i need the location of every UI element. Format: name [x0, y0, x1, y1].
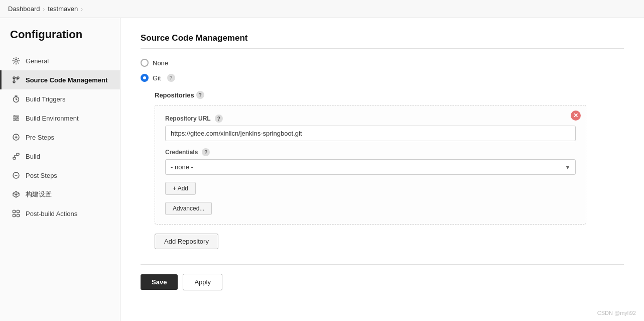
repositories-help-icon[interactable]: ? — [196, 91, 204, 99]
card-add-btn-row: + Add — [165, 182, 576, 195]
breadcrumb: Dashboard › testmaven › — [0, 0, 644, 18]
clock-icon — [12, 94, 21, 103]
save-button[interactable]: Save — [141, 274, 178, 290]
git-help-icon[interactable]: ? — [167, 74, 175, 82]
breadcrumb-testmaven[interactable]: testmaven — [48, 5, 78, 13]
sidebar-item-jigou-shezhi[interactable]: 构建设置 — [0, 185, 120, 204]
svg-rect-16 — [17, 210, 20, 213]
radio-git-circle — [141, 74, 149, 82]
post-steps-icon — [12, 171, 21, 180]
repository-card: ✕ Repository URL ? Credentials ? - none … — [155, 105, 586, 225]
credentials-help-icon[interactable]: ? — [202, 148, 210, 156]
radio-git[interactable]: Git ? — [141, 74, 624, 82]
sidebar-item-pre-steps[interactable]: Pre Steps — [0, 128, 120, 147]
repositories-label: Repositories ? — [155, 91, 624, 99]
section-title: Source Code Management — [141, 33, 624, 49]
svg-point-10 — [15, 120, 17, 121]
sidebar-item-build-triggers[interactable]: Build Triggers — [0, 89, 120, 109]
svg-rect-15 — [13, 210, 16, 213]
footer-bar: Save Apply — [141, 264, 624, 290]
sidebar-label-build-environment: Build Environment — [26, 115, 79, 122]
svg-point-8 — [14, 116, 16, 117]
sidebar-label-post-build: Post-build Actions — [26, 210, 77, 218]
sidebar-label-pre-steps: Pre Steps — [26, 134, 54, 141]
steps-icon — [12, 133, 21, 142]
sidebar-item-source-code-management[interactable]: Source Code Management — [0, 70, 120, 89]
radio-none[interactable]: None — [141, 59, 624, 67]
sidebar-label-build: Build — [26, 153, 40, 160]
sidebar: Configuration General Source Code Manage… — [0, 18, 120, 321]
advanced-btn-container: Advanced... — [165, 202, 576, 215]
sidebar-item-post-steps[interactable]: Post Steps — [0, 166, 120, 185]
sidebar-label-source-code: Source Code Management — [26, 76, 107, 84]
repo-url-input[interactable] — [165, 126, 576, 141]
breadcrumb-sep-1: › — [43, 6, 45, 12]
advanced-button[interactable]: Advanced... — [165, 202, 212, 215]
sidebar-item-build[interactable]: Build — [0, 147, 120, 166]
sidebar-label-jigou: 构建设置 — [26, 190, 52, 199]
settings-icon — [12, 114, 21, 123]
breadcrumb-sep-2: › — [81, 6, 83, 12]
add-repository-button[interactable]: Add Repository — [155, 234, 218, 249]
credentials-label: Credentials ? — [165, 148, 576, 156]
svg-rect-17 — [13, 215, 16, 217]
breadcrumb-dashboard[interactable]: Dashboard — [8, 5, 40, 13]
branch-icon — [12, 75, 21, 84]
cube-icon — [12, 190, 21, 199]
main-content: Source Code Management None Git ? Reposi… — [120, 18, 644, 321]
credentials-select-wrap: - none - ▼ — [165, 159, 576, 175]
repo-card-close-button[interactable]: ✕ — [571, 111, 581, 121]
post-build-icon — [12, 209, 21, 218]
sidebar-label-post-steps: Post Steps — [26, 172, 57, 179]
credentials-select[interactable]: - none - — [165, 159, 576, 175]
sidebar-item-general[interactable]: General — [0, 51, 120, 70]
apply-button[interactable]: Apply — [183, 274, 222, 290]
credentials-row: Credentials ? - none - ▼ — [165, 148, 576, 175]
sidebar-label-general: General — [26, 57, 49, 65]
sidebar-item-post-build[interactable]: Post-build Actions — [0, 204, 120, 223]
repo-url-row: Repository URL ? — [165, 115, 576, 141]
sidebar-item-build-environment[interactable]: Build Environment — [0, 109, 120, 128]
build-icon — [12, 152, 21, 161]
gear-icon — [12, 56, 21, 65]
sidebar-title: Configuration — [0, 28, 120, 51]
scm-radio-group: None Git ? — [141, 59, 624, 82]
repo-url-help-icon[interactable]: ? — [215, 115, 223, 123]
add-button[interactable]: + Add — [165, 182, 196, 195]
repo-url-label: Repository URL ? — [165, 115, 576, 123]
svg-point-9 — [17, 118, 19, 119]
radio-none-circle — [141, 59, 149, 67]
radio-none-label: None — [153, 59, 168, 67]
svg-point-0 — [15, 60, 18, 62]
sidebar-label-build-triggers: Build Triggers — [26, 95, 65, 103]
svg-rect-18 — [17, 215, 20, 217]
watermark: CSDN @myli92 — [597, 310, 636, 316]
radio-git-label: Git — [153, 74, 161, 82]
